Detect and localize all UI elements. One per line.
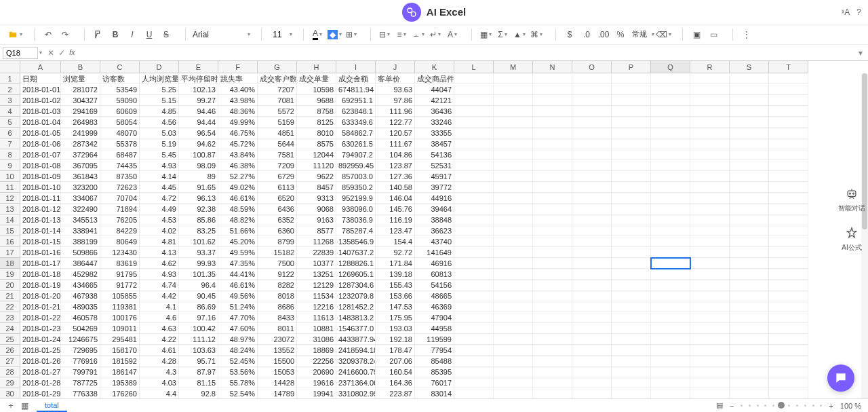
cell[interactable]: 100176 [100, 312, 140, 323]
cell[interactable] [454, 128, 494, 138]
cell[interactable]: 123430 [100, 247, 140, 258]
column-header[interactable]: J [376, 61, 415, 73]
cell[interactable] [533, 301, 572, 312]
cell[interactable] [494, 214, 533, 225]
cell[interactable] [651, 204, 690, 214]
cell[interactable]: 8433 [258, 312, 297, 323]
bold-button[interactable]: B [107, 26, 123, 43]
cell[interactable]: 2018-01-19 [20, 280, 61, 291]
row-header[interactable]: 6 [0, 128, 20, 138]
cell[interactable] [494, 269, 533, 280]
cell[interactable] [651, 356, 690, 367]
cell[interactable]: 92.8 [179, 388, 218, 398]
cell[interactable]: 8125 [297, 117, 336, 128]
cell[interactable]: 60609 [100, 106, 140, 117]
cell[interactable]: 68487 [100, 149, 140, 160]
cell[interactable] [612, 160, 651, 171]
cell[interactable] [769, 345, 808, 356]
cell[interactable]: 147.53 [376, 301, 415, 312]
cell[interactable]: 87350 [100, 171, 140, 182]
chat-fab-button[interactable] [827, 364, 854, 392]
italic-button[interactable]: I [124, 26, 140, 43]
row-header[interactable]: 9 [0, 160, 20, 171]
cell[interactable]: 日期 [20, 73, 61, 84]
cell[interactable]: 9313 [297, 193, 336, 204]
cell[interactable]: 成交金额 [336, 73, 376, 84]
cell[interactable]: 4.42 [140, 291, 179, 301]
cell[interactable] [651, 182, 690, 193]
cell[interactable] [454, 171, 494, 182]
cell[interactable] [533, 377, 572, 388]
cell[interactable] [651, 149, 690, 160]
row-header[interactable]: 12 [0, 193, 20, 204]
borders-button[interactable]: ⊞▾ [343, 26, 359, 43]
cell[interactable]: 99.27 [179, 95, 218, 106]
cell[interactable]: 48.82% [218, 214, 258, 225]
cell[interactable] [612, 117, 651, 128]
cell[interactable] [651, 312, 690, 323]
cell[interactable] [769, 323, 808, 334]
cell[interactable] [454, 214, 494, 225]
cell[interactable] [651, 388, 690, 398]
cell[interactable]: 浏览量 [61, 73, 100, 84]
cell[interactable] [769, 106, 808, 117]
cell[interactable] [454, 117, 494, 128]
cell[interactable]: 4.63 [140, 323, 179, 334]
column-header[interactable]: E [179, 61, 218, 73]
cell[interactable]: 2018-01-07 [20, 149, 61, 160]
cell[interactable] [612, 236, 651, 247]
cell[interactable]: 43.40% [218, 84, 258, 95]
cell[interactable]: 54136 [415, 149, 454, 160]
row-header[interactable]: 8 [0, 149, 20, 160]
cell[interactable]: 84229 [100, 225, 140, 236]
cell[interactable] [494, 367, 533, 377]
cell[interactable]: 323200 [61, 182, 100, 193]
cell[interactable] [769, 84, 808, 95]
cell[interactable]: 140.58 [376, 182, 415, 193]
filter-button[interactable]: ▭ [705, 26, 722, 43]
cell[interactable]: 104.86 [376, 149, 415, 160]
cell[interactable] [690, 388, 730, 398]
cell[interactable]: 成交商品件数 [415, 73, 454, 84]
cell[interactable] [572, 377, 612, 388]
cell[interactable] [651, 301, 690, 312]
undo-button[interactable]: ↶ [40, 26, 56, 43]
cell[interactable] [612, 171, 651, 182]
cell[interactable]: 8010 [297, 128, 336, 138]
cell[interactable]: 111.96 [376, 106, 415, 117]
cell[interactable] [690, 171, 730, 182]
cell[interactable]: 388199 [61, 236, 100, 247]
cell[interactable]: 623848.1 [336, 106, 376, 117]
cell[interactable]: 12129 [297, 280, 336, 291]
cell[interactable]: 2018-01-22 [20, 312, 61, 323]
cell[interactable]: 192.18 [376, 334, 415, 345]
column-header[interactable]: N [533, 61, 572, 73]
clear-format-button[interactable]: ⌫▾ [655, 26, 671, 43]
cell[interactable]: 20690 [297, 367, 336, 377]
cell[interactable] [690, 356, 730, 367]
cell[interactable]: 71894 [100, 204, 140, 214]
cell[interactable]: 83619 [100, 258, 140, 269]
column-header[interactable]: C [100, 61, 140, 73]
cell[interactable]: 96.54 [179, 128, 218, 138]
cell[interactable]: 460578 [61, 312, 100, 323]
cell[interactable] [572, 149, 612, 160]
cell[interactable]: 96.13 [179, 193, 218, 204]
cell[interactable] [612, 73, 651, 84]
cell[interactable] [494, 334, 533, 345]
cell[interactable] [494, 106, 533, 117]
cell[interactable]: 186147 [100, 367, 140, 377]
cell[interactable]: 87.97 [179, 367, 218, 377]
cell[interactable]: 6520 [258, 193, 297, 204]
cell[interactable] [769, 291, 808, 301]
cell[interactable]: 58054 [100, 117, 140, 128]
column-header[interactable]: A [20, 61, 61, 73]
cell[interactable] [651, 128, 690, 138]
cell[interactable]: 92.72 [376, 247, 415, 258]
cell[interactable]: 49.59% [218, 247, 258, 258]
cell[interactable] [454, 367, 494, 377]
cell[interactable]: 成交单量 [297, 73, 336, 84]
cell[interactable] [651, 280, 690, 291]
cell[interactable]: 平均停留时间 [179, 73, 218, 84]
cell[interactable] [572, 193, 612, 204]
